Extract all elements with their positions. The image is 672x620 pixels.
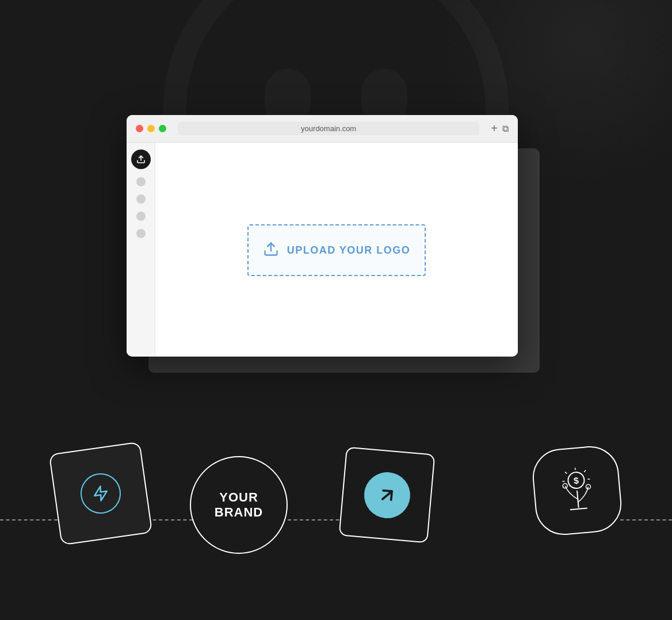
svg-point-15 [563,483,568,488]
new-tab-button[interactable]: + [491,122,498,135]
browser-body: UPLOAD YOUR LOGO [127,143,518,357]
browser-titlebar: yourdomain.com + ⧉ [127,115,518,143]
sidebar-nav-dot-3[interactable] [136,212,146,221]
traffic-lights [136,125,166,132]
arrow-icon [376,484,398,506]
sidebar-nav-dot-4[interactable] [136,229,146,238]
svg-line-12 [565,472,567,473]
close-button-dot[interactable] [136,125,143,132]
copy-tab-button[interactable]: ⧉ [502,124,509,134]
bottom-section: YOURBRAND $ [0,401,672,620]
browser-sidebar [127,143,155,357]
box-arrow [339,447,436,544]
browser-controls: + ⧉ [491,122,509,135]
upload-label: UPLOAD YOUR LOGO [287,244,411,257]
svg-point-16 [586,484,591,489]
money-growth-icon: $ [552,466,602,516]
box-money: $ [530,444,624,538]
box-lightning [49,442,153,546]
svg-line-17 [570,508,587,510]
connector-line-2 [147,519,193,521]
browser-window: yourdomain.com + ⧉ [127,115,518,357]
address-bar[interactable]: yourdomain.com [178,122,479,135]
connector-line-3 [288,519,345,521]
connector-line-left [0,519,58,521]
upload-drop-zone[interactable]: UPLOAD YOUR LOGO [247,224,426,276]
svg-line-10 [584,470,586,472]
sidebar-nav-dot-2[interactable] [136,194,146,204]
lightning-icon [91,484,110,503]
sidebar-upload-button[interactable] [131,150,151,169]
upload-icon [263,241,279,259]
minimize-button-dot[interactable] [147,125,155,132]
arrow-circle [362,470,412,520]
brand-label: YOURBRAND [215,490,263,521]
svg-marker-5 [93,485,108,502]
address-bar-text: yourdomain.com [301,124,356,133]
box-brand: YOURBRAND [190,456,288,554]
sidebar-nav-dot-1[interactable] [136,177,146,186]
svg-text:$: $ [573,476,579,486]
upload-sidebar-icon [136,155,146,164]
lightning-circle [78,470,123,516]
connector-line-right [620,519,672,521]
browser-main-content: UPLOAD YOUR LOGO [155,143,518,357]
maximize-button-dot[interactable] [159,125,166,132]
